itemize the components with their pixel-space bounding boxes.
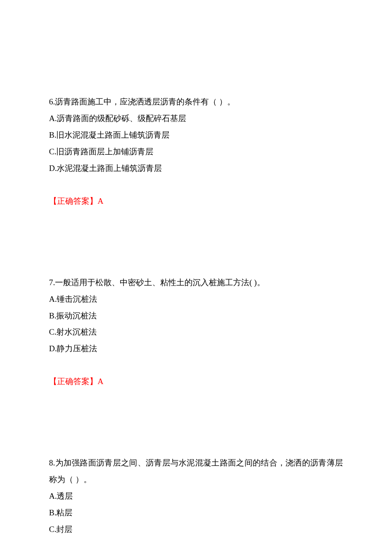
question-gap	[49, 390, 343, 455]
correct-answer: 【正确答案】A	[49, 373, 343, 390]
option-c: C.射水沉桩法	[49, 324, 343, 341]
question-stem: 6.沥青路面施工中，应浇洒透层沥青的条件有（ ）。	[49, 94, 343, 110]
question-stem: 7.一般适用于松散、中密砂土、粘性土的沉入桩施工方法( )。	[49, 275, 343, 291]
option-b: B.旧水泥混凝土路面上铺筑沥青层	[49, 127, 343, 144]
option-c: C.旧沥青路面层上加铺沥青层	[49, 144, 343, 160]
option-c: C.封层	[49, 521, 343, 538]
question-6: 6.沥青路面施工中，应浇洒透层沥青的条件有（ ）。 A.沥青路面的级配砂砾、级配…	[49, 94, 343, 210]
option-a: A.透层	[49, 488, 343, 505]
option-a: A.锤击沉桩法	[49, 291, 343, 308]
option-b: B.振动沉桩法	[49, 308, 343, 324]
question-gap	[49, 210, 343, 275]
question-stem: 8.为加强路面沥青层之间、沥青层与水泥混凝土路面之间的结合，浇洒的沥青薄层称为（…	[49, 455, 343, 488]
correct-answer: 【正确答案】A	[49, 193, 343, 210]
option-d: D.水泥混凝土路面上铺筑沥青层	[49, 160, 343, 177]
option-a: A.沥青路面的级配砂砾、级配碎石基层	[49, 110, 343, 127]
question-7: 7.一般适用于松散、中密砂土、粘性土的沉入桩施工方法( )。 A.锤击沉桩法 B…	[49, 275, 343, 390]
question-8: 8.为加强路面沥青层之间、沥青层与水泥混凝土路面之间的结合，浇洒的沥青薄层称为（…	[49, 455, 343, 538]
option-b: B.粘层	[49, 505, 343, 521]
option-d: D.静力压桩法	[49, 341, 343, 357]
